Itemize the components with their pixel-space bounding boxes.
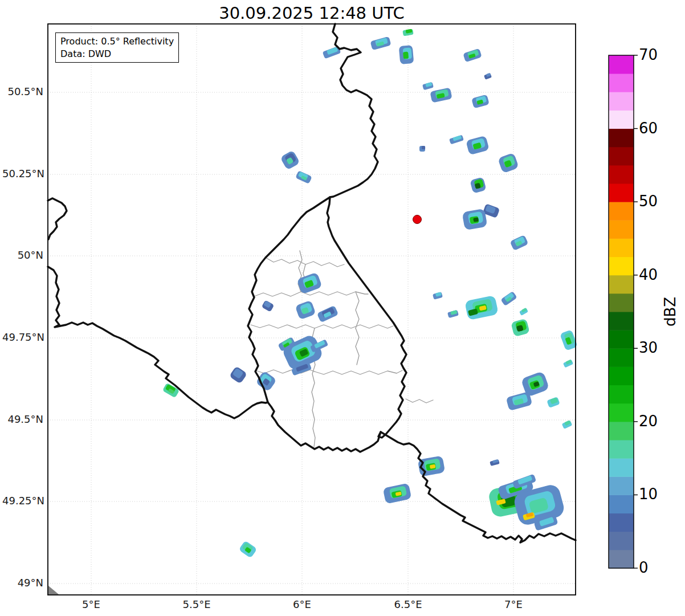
product-info-line1: Product: 0.5° Reflectivity <box>60 35 174 48</box>
colorbar <box>609 55 638 569</box>
map-plot-area <box>0 0 685 616</box>
colorbar-tick-label: 30 <box>639 339 673 356</box>
colorbar-tick-label: 50 <box>639 193 673 210</box>
colorbar-unit-label: dBZ <box>653 295 685 329</box>
latitude-tick-label: 49°N <box>2 577 43 589</box>
longitude-tick-label: 6°E <box>276 598 328 610</box>
latitude-tick-label: 49.25°N <box>2 495 43 507</box>
latitude-tick-label: 50°N <box>2 249 43 261</box>
longitude-tick-label: 6.5°E <box>382 598 434 610</box>
radar-cell <box>403 52 409 59</box>
latitude-tick-label: 49.75°N <box>2 331 43 343</box>
latitude-tick-label: 50.25°N <box>2 168 43 180</box>
radar-map-figure: 30.09.2025 12:48 UTC Product: 0.5° Refle… <box>0 0 685 616</box>
colorbar-tick-label: 20 <box>639 413 673 430</box>
colorbar-tick-label: 60 <box>639 120 673 137</box>
product-info-box: Product: 0.5° Reflectivity Data: DWD <box>55 32 179 63</box>
region-borders <box>251 251 433 447</box>
colorbar-tick-label: 0 <box>639 559 673 576</box>
radar-cell <box>422 146 425 149</box>
latitude-tick-label: 49.5°N <box>2 413 43 425</box>
radar-site-marker <box>413 215 422 224</box>
latitude-tick-label: 50.5°N <box>2 85 43 97</box>
product-info-line2: Data: DWD <box>60 48 174 60</box>
range-ring-corner-wedge <box>48 586 59 594</box>
longitude-tick-label: 5.5°E <box>171 598 222 610</box>
longitude-tick-label: 7°E <box>488 598 539 610</box>
colorbar-tick-label: 70 <box>639 46 673 63</box>
longitude-tick-label: 5°E <box>66 598 117 610</box>
colorbar-tick-label: 10 <box>639 486 673 503</box>
colorbar-tick-label: 40 <box>639 266 673 283</box>
